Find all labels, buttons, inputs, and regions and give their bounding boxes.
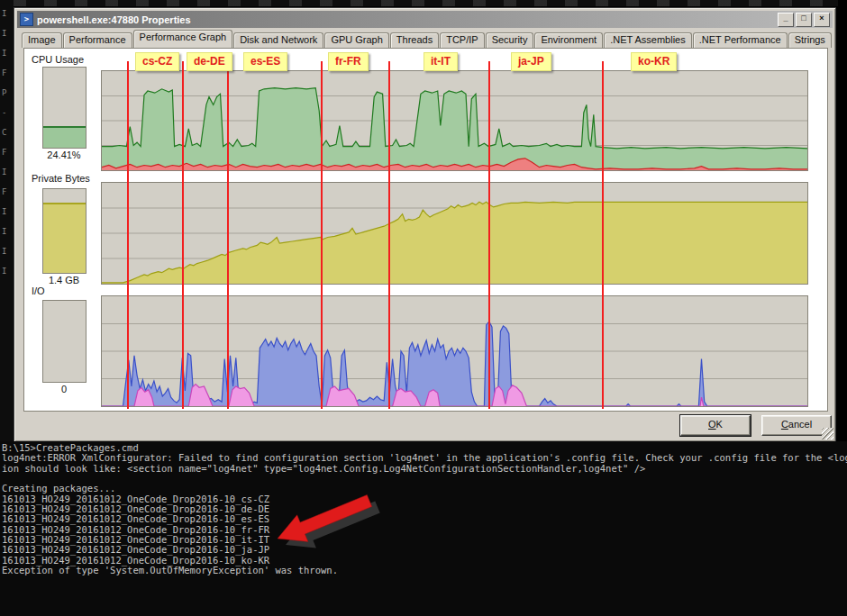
marker-line-cs-CZ xyxy=(127,61,129,409)
cpu-usage-gauge-fill xyxy=(43,126,86,148)
background-fragment: F xyxy=(0,148,14,168)
console-line xyxy=(2,474,847,484)
properties-dialog: > powershell.exe:47880 Properties _ □ × … xyxy=(14,7,836,442)
tab-gpu-graph[interactable]: GPU Graph xyxy=(324,32,388,48)
marker-line-es-ES xyxy=(227,61,229,409)
cpu-usage-value: 24.41% xyxy=(26,149,102,160)
io-value: 0 xyxy=(26,384,102,394)
ok-button[interactable]: OK xyxy=(680,415,751,436)
marker-line-ja-JP xyxy=(488,61,490,409)
close-button[interactable]: × xyxy=(814,13,830,27)
tab-net-performance[interactable]: .NET Performance xyxy=(693,32,788,48)
maximize-button[interactable]: □ xyxy=(796,13,812,27)
private-bytes-gauge xyxy=(42,188,87,274)
cpu-graph-svg xyxy=(102,71,807,170)
marker-label-cs-CZ: cs-CZ xyxy=(135,52,179,71)
console-output[interactable]: B:\15>CreatePackages.cmdlog4net:ERROR Xm… xyxy=(0,441,847,616)
tab-performance-graph[interactable]: Performance Graph xyxy=(133,30,233,48)
tab-tcp-ip[interactable]: TCP/IP xyxy=(440,32,484,48)
background-fragment: P xyxy=(0,88,14,108)
marker-line-it-IT xyxy=(388,61,390,409)
tab-strip: ImagePerformancePerformance GraphDisk an… xyxy=(22,32,833,48)
background-window-top xyxy=(14,0,838,6)
private-bytes-gauge-fill xyxy=(43,203,86,273)
io-graph xyxy=(101,295,808,407)
private-bytes-label: Private Bytes xyxy=(32,173,90,184)
marker-label-it-IT: it-IT xyxy=(424,52,458,71)
background-fragment: I xyxy=(0,207,14,227)
title-bar[interactable]: > powershell.exe:47880 Properties _ □ × xyxy=(17,11,833,28)
background-fragment: I xyxy=(0,49,14,68)
marker-label-ja-JP: ja-JP xyxy=(511,52,551,71)
background-fragment: I xyxy=(0,227,14,247)
background-fragment: F xyxy=(0,68,14,88)
background-fragment: I xyxy=(0,168,14,187)
cpu-usage-gauge xyxy=(42,67,87,149)
resize-grip[interactable] xyxy=(822,428,833,439)
background-fragment: I xyxy=(0,247,14,267)
window-title: powershell.exe:47880 Properties xyxy=(37,14,778,25)
marker-label-fr-FR: fr-FR xyxy=(328,52,369,71)
private-bytes-value: 1.4 GB xyxy=(26,275,102,285)
background-fragment: C xyxy=(0,128,14,148)
tab-image[interactable]: Image xyxy=(22,32,62,48)
cpu-graph xyxy=(101,70,808,171)
background-fragment: I xyxy=(0,29,14,49)
background-fragment: I xyxy=(0,9,14,29)
console-line: Exception of type 'System.OutOfMemoryExc… xyxy=(2,566,847,575)
private-bytes-graph-svg xyxy=(102,183,807,284)
io-graph-svg xyxy=(102,296,807,406)
marker-label-ko-KR: ko-KR xyxy=(631,52,677,71)
marker-line-de-DE xyxy=(182,61,184,409)
graph-panel: CPU Usage 24.41% Private Bytes 1.4 GB I/… xyxy=(23,48,828,412)
minimize-button[interactable]: _ xyxy=(778,13,794,27)
private-bytes-graph xyxy=(101,182,808,285)
marker-line-fr-FR xyxy=(321,61,323,409)
background-fragment: F xyxy=(0,187,14,207)
cpu-usage-label: CPU Usage xyxy=(32,54,84,65)
console-line: ion should look like: <section name="log… xyxy=(2,464,847,474)
tab-performance[interactable]: Performance xyxy=(63,32,132,48)
red-arrow xyxy=(270,489,383,550)
background-fragment: I xyxy=(0,267,14,286)
private-bytes-area xyxy=(102,202,807,284)
console-line: log4net:ERROR XmlConfigurator: Failed to… xyxy=(2,453,847,463)
marker-label-es-ES: es-ES xyxy=(243,52,287,71)
tab-disk-and-network[interactable]: Disk and Network xyxy=(233,32,323,48)
tab-strings[interactable]: Strings xyxy=(788,32,832,48)
background-fragment: - xyxy=(0,108,14,128)
marker-line-ko-KR xyxy=(602,61,604,409)
marker-label-de-DE: de-DE xyxy=(187,52,232,71)
io-label: I/O xyxy=(32,285,45,296)
powershell-icon: > xyxy=(20,13,33,26)
tab-threads[interactable]: Threads xyxy=(390,32,439,48)
io-gauge xyxy=(42,300,87,383)
tab-security[interactable]: Security xyxy=(486,32,534,48)
tab-environment[interactable]: Environment xyxy=(534,32,603,48)
tab-net-assemblies[interactable]: .NET Assemblies xyxy=(604,32,692,48)
background-window-edge: IIIFP-CFIFIIII xyxy=(0,0,14,450)
